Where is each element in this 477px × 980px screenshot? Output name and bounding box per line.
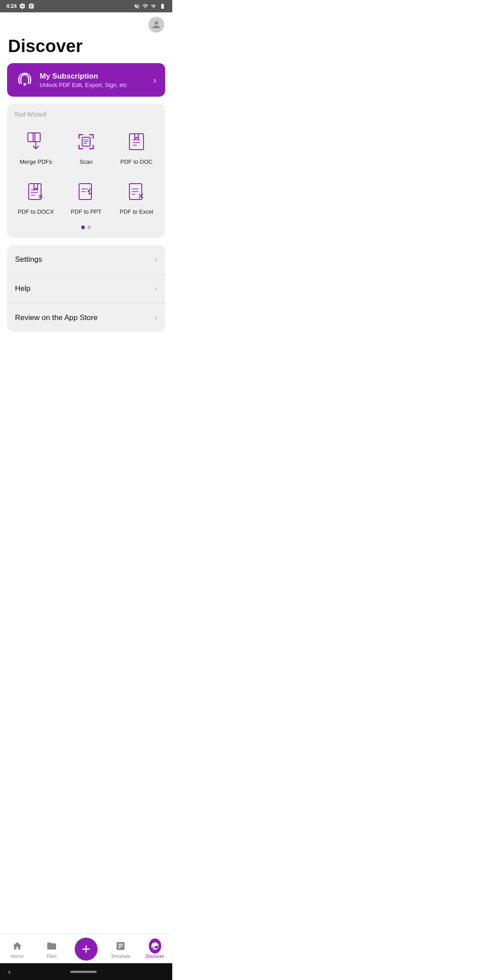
dot-1[interactable] [81, 226, 85, 229]
svg-rect-1 [28, 133, 35, 142]
tool-item-scan[interactable]: Scan [62, 124, 110, 170]
review-arrow: › [155, 313, 157, 322]
tool-label-pdf-to-docx: PDF to DOCX [18, 208, 54, 215]
status-right [134, 3, 166, 9]
svg-point-0 [23, 83, 26, 86]
pdf-to-doc-icon [123, 128, 150, 155]
person-icon [151, 19, 162, 30]
pdf-to-excel-icon [123, 178, 150, 205]
tool-wizard-section: Tool Wizard Merge PDFs [7, 104, 165, 238]
subscription-arrow: › [153, 75, 156, 85]
tool-item-pdf-to-excel[interactable]: PDF to Excel [112, 174, 161, 219]
pagination-dots [11, 226, 161, 229]
tool-label-pdf-to-doc: PDF to DOC [121, 158, 153, 165]
tool-item-pdf-to-doc[interactable]: PDF to DOC [112, 124, 161, 170]
subscription-subtitle: Unlock PDF Edit, Export, Sign, etc [40, 82, 127, 88]
time-display: 4:24 [6, 3, 17, 9]
tool-label-merge-pdfs: Merge PDFs [20, 158, 52, 165]
menu-section: Settings › Help › Review on the App Stor… [7, 245, 165, 332]
wifi-status-icon [142, 3, 148, 9]
status-bar: 4:24 [0, 0, 172, 12]
menu-item-help[interactable]: Help › [7, 274, 165, 303]
merge-pdfs-icon [23, 128, 49, 155]
tool-label-pdf-to-ppt: PDF to PPT [71, 208, 101, 215]
dot-2[interactable] [87, 226, 91, 229]
mute-status-icon [134, 3, 140, 9]
tool-label-scan: Scan [80, 158, 93, 165]
help-label: Help [15, 284, 30, 293]
subscription-left: My Subscription Unlock PDF Edit, Export,… [16, 71, 127, 89]
status-left: 4:24 [6, 3, 34, 9]
tool-wizard-label: Tool Wizard [11, 111, 161, 118]
settings-label: Settings [15, 255, 42, 264]
tool-label-pdf-to-excel: PDF to Excel [120, 208, 153, 215]
scan-icon [73, 128, 99, 155]
tool-grid: Merge PDFs Scan [11, 124, 161, 219]
svg-rect-6 [29, 184, 41, 200]
review-label: Review on the App Store [15, 313, 98, 322]
tool-item-merge-pdfs[interactable]: Merge PDFs [11, 124, 60, 170]
pdf-to-docx-icon [23, 178, 49, 205]
page-title: Discover [0, 33, 172, 63]
subscription-icon [16, 71, 34, 89]
pdf-to-ppt-icon [73, 178, 99, 205]
menu-item-review[interactable]: Review on the App Store › [7, 303, 165, 332]
subscription-title: My Subscription [40, 72, 127, 81]
subscription-banner[interactable]: My Subscription Unlock PDF Edit, Export,… [7, 63, 165, 97]
svg-rect-2 [33, 133, 40, 142]
svg-rect-5 [129, 134, 144, 150]
settings-arrow: › [155, 255, 157, 264]
profile-avatar[interactable] [148, 17, 164, 33]
clipboard-status-icon [28, 3, 34, 9]
menu-item-settings[interactable]: Settings › [7, 245, 165, 274]
battery-status-icon [159, 3, 166, 9]
signal-status-icon [151, 3, 157, 9]
tool-item-pdf-to-ppt[interactable]: PDF to PPT [62, 174, 110, 219]
header [0, 12, 172, 33]
subscription-text: My Subscription Unlock PDF Edit, Export,… [40, 72, 127, 88]
help-arrow: › [155, 284, 157, 293]
settings-status-icon [19, 3, 26, 9]
tool-item-pdf-to-docx[interactable]: PDF to DOCX [11, 174, 60, 219]
